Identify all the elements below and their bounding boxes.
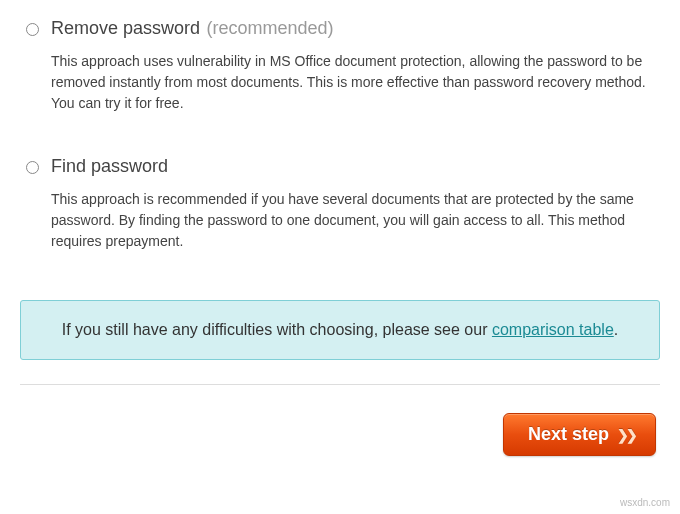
option-remove-password: Remove password (recommended) This appro…	[20, 18, 660, 114]
next-step-label: Next step	[528, 424, 609, 445]
info-box: If you still have any difficulties with …	[20, 300, 660, 360]
option-find-password: Find password This approach is recommend…	[20, 156, 660, 252]
option-description: This approach is recommended if you have…	[26, 189, 660, 252]
button-row: Next step ❯❯	[20, 413, 660, 456]
option-description: This approach uses vulnerability in MS O…	[26, 51, 660, 114]
chevron-right-icon: ❯❯	[617, 427, 635, 443]
next-step-button[interactable]: Next step ❯❯	[503, 413, 656, 456]
option-title: Find password	[51, 156, 168, 176]
info-suffix: .	[614, 321, 618, 338]
option-header: Find password	[26, 156, 660, 177]
option-tag: (recommended)	[207, 18, 334, 38]
option-title: Remove password	[51, 18, 200, 38]
comparison-table-link[interactable]: comparison table	[492, 321, 614, 338]
option-header: Remove password (recommended)	[26, 18, 660, 39]
info-prefix: If you still have any difficulties with …	[62, 321, 492, 338]
divider	[20, 384, 660, 385]
radio-remove-password[interactable]	[26, 23, 39, 36]
watermark: wsxdn.com	[620, 497, 670, 508]
radio-find-password[interactable]	[26, 161, 39, 174]
